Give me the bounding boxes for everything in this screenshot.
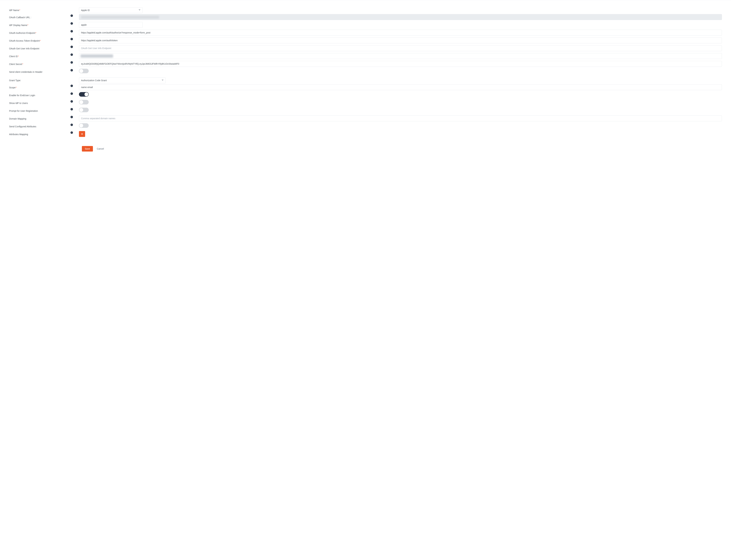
info-icon[interactable] [71,69,73,71]
cancel-button[interactable]: Cancel [97,147,104,150]
info-icon[interactable] [71,92,73,95]
info-icon[interactable] [71,108,73,110]
label-idp-name: IdP Name* [9,9,71,12]
display-name-input[interactable] [79,22,143,28]
label-cred-header: Send client credentials in Header [9,69,71,74]
toggle-cred-header[interactable] [79,69,89,73]
info-icon[interactable] [71,131,73,134]
label-token-endpoint: OAuth Access Token Endpoint* [9,38,71,43]
userinfo-endpoint-input[interactable] [79,45,722,51]
label-send-attrs: Send Configured Attributes [9,123,71,128]
info-icon[interactable] [71,85,73,87]
label-authorize-endpoint: OAuth Authorize Endpoint* [9,30,71,35]
token-endpoint-input[interactable] [79,38,722,43]
toggle-send-attrs[interactable] [79,123,89,128]
label-attr-mapping: Attributes Mapping [9,131,71,136]
toggle-prompt-reg[interactable] [79,108,89,112]
label-domain-mapping: Domain Mapping [9,115,71,121]
redacted-overlay [81,54,113,58]
info-icon[interactable] [71,116,73,118]
domain-mapping-input[interactable] [79,115,722,121]
idp-config-form: IdP Name* Apple ID OAuth Callback URL : [0,6,731,152]
info-icon[interactable] [71,22,73,25]
info-icon[interactable] [71,124,73,126]
label-client-secret: Client Secret* [9,61,71,66]
toggle-enduser-login[interactable] [79,92,89,97]
callback-url-field [79,14,722,20]
authorize-endpoint-input[interactable] [79,30,722,36]
label-callback-url: OAuth Callback URL : [9,14,71,19]
label-prompt-reg: Prompt for User Registration [9,108,71,113]
info-icon[interactable] [71,38,73,40]
client-id-input[interactable] [79,53,722,59]
info-icon[interactable] [71,30,73,32]
scope-input[interactable] [79,84,722,90]
save-button[interactable]: Save [82,146,93,152]
info-icon[interactable] [71,46,73,48]
client-secret-input[interactable] [79,61,722,67]
label-show-idp: Show IdP to Users [9,100,71,105]
label-userinfo-endpoint: OAuth Get User Info Endpoint [9,45,71,50]
grant-type-select[interactable]: Authorization Code Grant [79,77,166,83]
label-grant-type: Grant Type: [9,79,71,82]
label-client-id: Client ID* [9,53,71,58]
label-scope: Scope* [9,84,71,89]
idp-name-select[interactable]: Apple ID [79,7,143,13]
info-icon[interactable] [71,61,73,64]
info-icon[interactable] [71,53,73,56]
label-display-name: IdP Display Name* [9,22,71,27]
info-icon[interactable] [71,14,73,17]
add-attribute-button[interactable] [79,131,85,137]
info-icon[interactable] [71,100,73,103]
label-enduser-login: Enable for EndUser Login [9,92,71,97]
toggle-show-idp[interactable] [79,100,89,104]
